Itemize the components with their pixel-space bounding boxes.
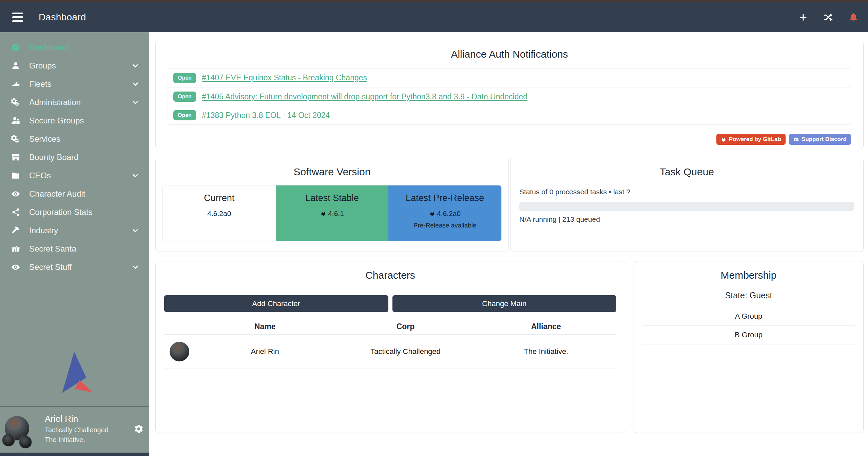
task-queue-progress-bar [519,202,854,211]
column-name: Name [195,322,335,331]
status-badge: Open [173,73,196,83]
notification-link[interactable]: #1383 Python 3.8 EOL - 14 Oct 2024 [202,111,330,120]
gitlab-icon [320,211,326,217]
notifications-list: Open #1407 EVE Equinox Status - Breaking… [168,68,851,125]
powered-by-gitlab-badge[interactable]: Powered by GitLab [716,134,786,145]
sidebar-item-secret-santa[interactable]: Secret Santa [0,240,149,258]
support-discord-badge[interactable]: Support Discord [789,134,851,145]
sidebar-item-secure-groups[interactable]: Secure Groups [0,112,149,130]
user-lock-icon [10,116,21,125]
share-icon [10,207,21,217]
menu-toggle-icon[interactable] [10,12,25,23]
software-version-title: Software Version [156,166,508,178]
sidebar-item-groups[interactable]: Groups [0,57,149,75]
character-name: Ariel Rin [195,347,335,356]
version-cell-latest-pre-release: Latest Pre-Release 4.6.2a0 Pre-Release a… [388,185,501,241]
sidebar-item-bounty-board[interactable]: Bounty Board [0,148,149,166]
alliance-logo-badge [19,436,32,449]
software-version-panel: Software Version Current 4.6.2a0 Latest … [155,158,509,252]
character-corp: Tactically Challenged [335,347,476,356]
change-main-button[interactable]: Change Main [392,295,617,312]
user-icon [10,61,21,71]
notification-row: Open #1383 Python 3.8 EOL - 14 Oct 2024 [168,106,851,124]
membership-state: State: Guest [634,291,863,300]
sidebar-footer-strip [0,453,149,456]
alliance-logo [0,350,149,406]
group-list-item: A Group [642,307,855,326]
task-queue-status: Status of 0 processed tasks • last ? [519,188,854,196]
membership-groups-list: A Group B Group [642,307,855,344]
sidebar-item-corporation-stats[interactable]: Corporation Stats [0,203,149,221]
pre-release-note: Pre-Release available [388,222,501,229]
gitlab-icon [721,137,727,142]
store-icon [10,153,21,162]
user-corp: Tactically Challenged [45,426,109,434]
task-queue-title: Task Queue [510,166,863,178]
characters-table: Name Corp Alliance Ariel Rin Tactically … [164,319,616,369]
character-alliance: The Initiative. [476,347,616,356]
add-icon[interactable] [798,12,808,22]
tachometer-icon [10,43,21,52]
version-cell-latest-stable: Latest Stable 4.6.1 [276,185,389,241]
sidebar-item-dashboard[interactable]: Dashboard [0,38,149,57]
cogs-icon [10,134,21,144]
user-panel: Ariel Rin Tactically Challenged The Init… [0,407,149,453]
sidebar: Dashboard Groups Fleets Administration [0,32,149,456]
chevron-down-icon [131,98,140,107]
gitlab-icon [429,211,435,217]
version-table: Current 4.6.2a0 Latest Stable 4.6.1 Late… [162,185,502,241]
eye-icon [10,262,21,272]
user-avatar [5,416,31,442]
shuffle-icon[interactable] [823,12,833,22]
user-settings-gear-icon[interactable] [134,424,144,434]
notification-link[interactable]: #1407 EVE Equinox Status - Breaking Chan… [202,73,367,82]
notifications-bell-icon[interactable] [848,12,859,22]
characters-title: Characters [156,270,625,281]
user-alliance: The Initiative. [45,436,109,444]
character-row: Ariel Rin Tactically Challenged The Init… [164,334,616,369]
corp-logo-badge [2,434,15,447]
cogs-icon [10,98,21,107]
chevron-down-icon [131,61,140,70]
gifts-icon [10,244,21,254]
discord-icon [793,137,799,142]
column-corp: Corp [335,322,476,331]
status-badge: Open [173,92,196,102]
chevron-down-icon [131,171,140,180]
task-queue-panel: Task Queue Status of 0 processed tasks •… [510,158,864,252]
version-cell-current: Current 4.6.2a0 [163,185,276,241]
user-name: Ariel Rin [45,414,109,424]
sidebar-item-secret-stuff[interactable]: Secret Stuff [0,258,149,276]
sidebar-item-ceos[interactable]: CEOs [0,166,149,185]
task-queue-counts: N/A running | 213 queued [519,215,854,223]
status-badge: Open [173,110,196,120]
notifications-title: Alliance Auth Notifications [156,48,863,60]
characters-panel: Characters Add Character Change Main Nam… [155,261,625,433]
chevron-down-icon [131,80,140,88]
column-alliance: Alliance [476,322,616,331]
sidebar-item-administration[interactable]: Administration [0,93,149,112]
characters-table-header: Name Corp Alliance [164,319,616,334]
page-title: Dashboard [39,12,86,23]
membership-panel: Membership State: Guest A Group B Group [634,261,864,433]
notification-row: Open #1405 Advisory: Future development … [168,87,851,106]
sidebar-item-character-audit[interactable]: Character Audit [0,185,149,203]
main-content: Alliance Auth Notifications Open #1407 E… [149,32,868,456]
notification-link[interactable]: #1405 Advisory: Future development will … [202,92,527,101]
eye-icon [10,189,21,199]
membership-title: Membership [634,270,863,281]
sidebar-item-services[interactable]: Services [0,130,149,148]
notifications-panel: Alliance Auth Notifications Open #1407 E… [155,41,864,149]
sidebar-item-fleets[interactable]: Fleets [0,75,149,93]
chevron-down-icon [131,226,140,235]
group-list-item: B Group [642,326,855,344]
character-avatar [170,342,189,361]
hammer-icon [10,226,21,235]
folder-icon [10,171,21,180]
chevron-down-icon [131,263,140,272]
notification-row: Open #1407 EVE Equinox Status - Breaking… [168,68,851,87]
sidebar-item-industry[interactable]: Industry [0,221,149,240]
jet-icon [10,79,21,89]
navbar: Dashboard [0,2,868,32]
add-character-button[interactable]: Add Character [164,295,388,312]
